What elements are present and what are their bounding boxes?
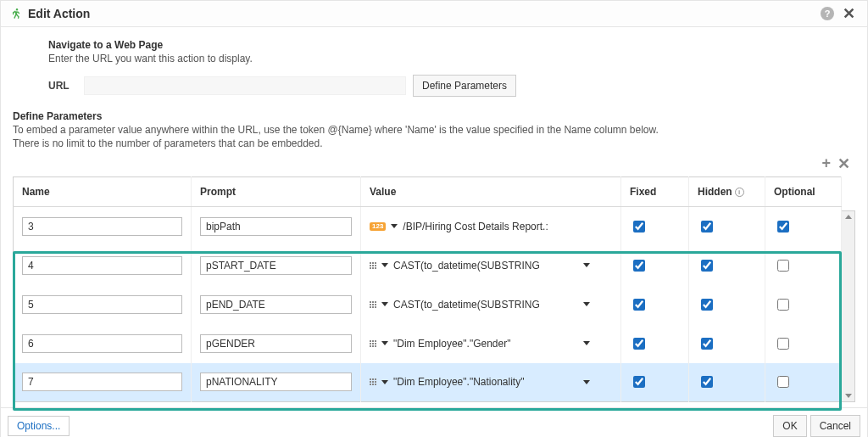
name-input[interactable] bbox=[22, 256, 182, 275]
col-header-name: Name bbox=[14, 177, 192, 207]
hidden-help-icon[interactable]: i bbox=[735, 188, 744, 197]
value-type-column-icon bbox=[370, 378, 376, 385]
value-type-literal-icon: 123 bbox=[370, 222, 386, 231]
hidden-checkbox[interactable] bbox=[701, 221, 713, 233]
define-parameters-button[interactable]: Define Parameters bbox=[413, 75, 516, 97]
nav-section-subtitle: Enter the URL you want this action to di… bbox=[48, 53, 855, 64]
dialog-body: Navigate to a Web Page Enter the URL you… bbox=[1, 27, 867, 407]
optional-checkbox[interactable] bbox=[777, 299, 789, 311]
define-parameters-text-1: To embed a parameter value anywhere with… bbox=[13, 124, 855, 136]
value-cell: CAST(to_datetime(SUBSTRING bbox=[370, 260, 590, 272]
prompt-input[interactable] bbox=[200, 295, 352, 314]
optional-checkbox[interactable] bbox=[777, 221, 789, 233]
url-row: URL Define Parameters bbox=[48, 75, 855, 97]
value-dropdown-icon[interactable] bbox=[583, 263, 590, 267]
fixed-checkbox[interactable] bbox=[633, 338, 645, 350]
value-text: "Dim Employee"."Gender" bbox=[393, 338, 510, 350]
nav-section-title: Navigate to a Web Page bbox=[48, 39, 855, 51]
table-row[interactable]: "Dim Employee"."Gender" bbox=[14, 324, 842, 363]
value-type-dropdown-icon[interactable] bbox=[381, 341, 388, 345]
name-input[interactable] bbox=[22, 295, 182, 314]
help-icon[interactable]: ? bbox=[821, 7, 834, 20]
value-text: CAST(to_datetime(SUBSTRING bbox=[393, 260, 540, 272]
value-type-dropdown-icon[interactable] bbox=[381, 263, 388, 267]
table-scrollbar[interactable] bbox=[842, 210, 855, 402]
value-type-column-icon bbox=[370, 262, 376, 269]
col-header-optional: Optional bbox=[765, 177, 842, 207]
options-button[interactable]: Options... bbox=[8, 416, 70, 436]
value-type-column-icon bbox=[370, 340, 376, 347]
params-table: Name Prompt Value Fixed Hidden i Optiona… bbox=[13, 176, 842, 402]
value-cell: 123/BIP/Hiring Cost Details Report.: bbox=[370, 221, 590, 233]
dialog-footer: Options... OK Cancel bbox=[1, 407, 867, 437]
action-runner-icon bbox=[9, 7, 23, 20]
prompt-input[interactable] bbox=[200, 256, 352, 275]
name-input[interactable] bbox=[22, 373, 182, 391]
dialog-header: Edit Action ? ✕ bbox=[1, 1, 867, 27]
col-header-value: Value bbox=[361, 177, 621, 207]
delete-param-icon[interactable]: ✕ bbox=[837, 154, 850, 173]
value-type-dropdown-icon[interactable] bbox=[391, 224, 398, 228]
name-input[interactable] bbox=[22, 217, 182, 236]
value-cell: "Dim Employee"."Nationality" bbox=[370, 376, 590, 388]
value-type-dropdown-icon[interactable] bbox=[381, 380, 388, 384]
value-text: /BIP/Hiring Cost Details Report.: bbox=[403, 221, 548, 233]
ok-button[interactable]: OK bbox=[773, 415, 806, 437]
params-toolbar: + ✕ bbox=[13, 149, 855, 176]
prompt-input[interactable] bbox=[200, 334, 352, 353]
hidden-checkbox[interactable] bbox=[701, 299, 713, 311]
col-header-hidden: Hidden i bbox=[689, 177, 765, 207]
url-input[interactable] bbox=[84, 76, 406, 95]
col-header-fixed: Fixed bbox=[621, 177, 689, 207]
value-dropdown-icon[interactable] bbox=[583, 302, 590, 306]
hidden-checkbox[interactable] bbox=[701, 338, 713, 350]
edit-action-dialog: Edit Action ? ✕ Navigate to a Web Page E… bbox=[0, 0, 868, 437]
fixed-checkbox[interactable] bbox=[633, 299, 645, 311]
dialog-title: Edit Action bbox=[28, 7, 815, 20]
define-parameters-heading: Define Parameters bbox=[13, 110, 855, 122]
fixed-checkbox[interactable] bbox=[633, 260, 645, 272]
value-type-dropdown-icon[interactable] bbox=[381, 302, 388, 306]
value-text: CAST(to_datetime(SUBSTRING bbox=[393, 299, 540, 311]
hidden-checkbox[interactable] bbox=[701, 376, 713, 388]
value-type-column-icon bbox=[370, 301, 376, 308]
fixed-checkbox[interactable] bbox=[633, 221, 645, 233]
hidden-checkbox[interactable] bbox=[701, 260, 713, 272]
define-parameters-text-2: There is no limit to the number of param… bbox=[13, 137, 855, 149]
table-row[interactable]: CAST(to_datetime(SUBSTRING bbox=[14, 285, 842, 324]
fixed-checkbox[interactable] bbox=[633, 376, 645, 388]
col-header-prompt: Prompt bbox=[192, 177, 361, 207]
value-cell: CAST(to_datetime(SUBSTRING bbox=[370, 299, 590, 311]
value-dropdown-icon[interactable] bbox=[583, 380, 590, 384]
close-icon[interactable]: ✕ bbox=[839, 6, 859, 21]
table-row[interactable]: "Dim Employee"."Nationality" bbox=[14, 363, 842, 402]
add-param-icon[interactable]: + bbox=[821, 154, 831, 173]
table-row[interactable]: CAST(to_datetime(SUBSTRING bbox=[14, 246, 842, 285]
optional-checkbox[interactable] bbox=[777, 376, 789, 388]
optional-checkbox[interactable] bbox=[777, 260, 789, 272]
value-cell: "Dim Employee"."Gender" bbox=[370, 338, 590, 350]
col-header-hidden-text: Hidden bbox=[698, 186, 732, 198]
cancel-button[interactable]: Cancel bbox=[810, 415, 860, 437]
optional-checkbox[interactable] bbox=[777, 338, 789, 350]
value-dropdown-icon[interactable] bbox=[583, 341, 590, 345]
params-table-wrap: Name Prompt Value Fixed Hidden i Optiona… bbox=[13, 176, 855, 402]
url-label: URL bbox=[48, 80, 77, 92]
table-row[interactable]: 123/BIP/Hiring Cost Details Report.: bbox=[14, 207, 842, 246]
value-text: "Dim Employee"."Nationality" bbox=[393, 376, 524, 388]
prompt-input[interactable] bbox=[200, 373, 352, 391]
name-input[interactable] bbox=[22, 334, 182, 353]
prompt-input[interactable] bbox=[200, 217, 352, 236]
